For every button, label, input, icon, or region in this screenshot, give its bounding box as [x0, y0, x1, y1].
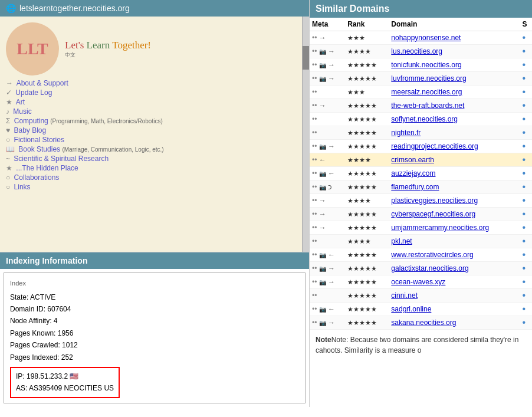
camera-icon: 📷 [319, 143, 326, 150]
domain-link[interactable]: crimson.earth [391, 156, 434, 164]
domain-link[interactable]: sadgrl.online [391, 305, 431, 313]
note-box: NoteNote: Because two domains are consid… [310, 330, 532, 360]
table-header-row: Meta Rank Domain S [310, 18, 532, 31]
rank-stars: ★★★★ [347, 238, 371, 245]
note-text: Note: Because two domains are considered… [316, 336, 518, 354]
table-row: •• 📷 → ★★★★★ tonicfunk.neocities.org • [310, 58, 532, 72]
domain-link[interactable]: meersalz.neocities.org [391, 88, 462, 96]
table-row: •• → ★★★★★ the-web-raft.boards.net • [310, 99, 532, 113]
cell-domain: auzziejay.com [389, 167, 520, 180]
meta-dots: •• [312, 47, 317, 55]
table-row: •• 📷 ← ★★★★★ auzziejay.com • [310, 167, 532, 180]
cell-domain: nighten.fr [389, 126, 520, 140]
camera-icon: 📷 [319, 48, 326, 55]
cell-status: • [520, 126, 533, 140]
nav-link[interactable]: Art [16, 98, 25, 106]
nav-item: 📖 Book Studies (Marriage, Communication,… [6, 145, 303, 153]
nav-link[interactable]: Computing [14, 117, 48, 125]
rank-stars: ★★★★★ [347, 143, 377, 150]
nav-link[interactable]: Update Log [15, 88, 52, 97]
nav-link[interactable]: Book Studies [18, 145, 60, 153]
cell-domain: soflynet.neocities.org [389, 113, 520, 126]
meta-dots: •• [312, 196, 317, 205]
nav-link[interactable]: ...The Hidden Place [16, 164, 78, 172]
nav-link[interactable]: About & Support [17, 79, 68, 87]
cell-status: • [520, 194, 533, 208]
camera-icon: 📷 [319, 252, 326, 258]
domain-link[interactable]: nohappynonsense.net [391, 34, 461, 42]
cell-rank: ★★★★★ [345, 99, 389, 113]
arrow-icon: → [328, 61, 335, 69]
cell-rank: ★★★★★ [345, 316, 389, 330]
domain-link[interactable]: pkl.net [391, 237, 412, 245]
status-dot: • [523, 304, 526, 314]
site-url-link[interactable]: letslearntogether.neocities.org [19, 4, 130, 13]
cell-rank: ★★★★★ [345, 221, 389, 235]
table-row: •• 📷 → ★★★★★ readingproject.neocities.or… [310, 140, 532, 153]
table-row: •• 📷 → ★★★★ lus.neocities.org • [310, 45, 532, 58]
domain-link[interactable]: www.restorativecircles.org [391, 251, 473, 259]
cell-rank: ★★★★★ [345, 167, 389, 180]
cell-status: • [520, 316, 533, 330]
domain-link[interactable]: flamedfury.com [391, 183, 439, 191]
nav-item: ○ Collaborations [6, 173, 303, 182]
meta-dots: •• [312, 237, 317, 245]
cell-meta: •• 📷 → [310, 45, 345, 58]
scroll-thumb[interactable] [303, 46, 309, 70]
cell-meta: •• 📷 ← [310, 303, 345, 316]
domain-link[interactable]: the-web-raft.boards.net [391, 101, 464, 110]
domain-link[interactable]: umjammercammy.neocities.org [391, 224, 489, 232]
domain-link[interactable]: galactixstar.neocities.org [391, 264, 468, 272]
domain-link[interactable]: nighten.fr [391, 129, 421, 137]
similar-domains-header: Similar Domains [310, 0, 532, 18]
meta-dots: •• [312, 224, 317, 232]
nav-link[interactable]: Links [14, 183, 31, 191]
domain-link[interactable]: lus.neocities.org [391, 47, 442, 55]
domain-link[interactable]: luvfromme.neocities.org [391, 74, 466, 83]
status-dot: • [523, 32, 526, 42]
meta-dots: •• [312, 88, 317, 96]
domain-link[interactable]: cyberspacegf.neocities.org [391, 210, 475, 218]
arrow-icon: → [328, 142, 335, 150]
rank-stars: ★★★★★ [347, 251, 377, 258]
cell-meta: •• 📷 → [310, 262, 345, 275]
table-row: •• → ★★★★★ umjammercammy.neocities.org • [310, 221, 532, 235]
domain-link[interactable]: cinni.net [391, 291, 418, 300]
rank-stars: ★★★★★ [347, 265, 377, 272]
domain-link[interactable]: plasticveggies.neocities.org [391, 196, 478, 205]
nav-link[interactable]: Scientific & Spiritual Research [14, 155, 109, 163]
domain-link[interactable]: sakana.neocities.org [391, 319, 456, 327]
state-value: ACTIVE [30, 293, 55, 301]
status-dot: • [523, 141, 526, 151]
col-meta: Meta [310, 18, 345, 31]
nav-link[interactable]: Collaborations [14, 173, 60, 182]
cell-status: • [520, 289, 533, 303]
nav-link[interactable]: Fictional Stories [14, 136, 64, 144]
domain-link[interactable]: ocean-waves.xyz [391, 278, 445, 286]
nav-item: ♪ Music [6, 107, 303, 116]
camera-icon: 📷 [319, 320, 326, 326]
arrow-icon: → [319, 196, 326, 205]
cell-domain: sakana.neocities.org [389, 316, 520, 330]
cell-meta: •• → [310, 208, 345, 221]
arrow-icon: ← [328, 251, 335, 259]
cell-status: • [520, 153, 533, 167]
domain-link[interactable]: auzziejay.com [391, 169, 435, 178]
cell-domain: pkl.net [389, 235, 520, 248]
cell-status: • [520, 303, 533, 316]
scrollbar[interactable] [302, 17, 309, 252]
ip-box: IP: 198.51.233.2 🇺🇸 AS: AS395409 NEOCITI… [10, 367, 299, 398]
nav-link[interactable]: Baby Blog [14, 126, 46, 134]
domain-link[interactable]: soflynet.neocities.org [391, 115, 458, 123]
as-row: AS: AS395409 NEOCITIES US [16, 382, 114, 394]
arrow-icon: ← [319, 156, 326, 164]
cell-rank: ★★★★★ [345, 248, 389, 262]
domain-link[interactable]: readingproject.neocities.org [391, 142, 478, 150]
domain-link[interactable]: tonicfunk.neocities.org [391, 61, 461, 69]
cell-domain: flamedfury.com [389, 180, 520, 194]
nav-link[interactable]: Music [13, 107, 31, 116]
indexing-section: Index State: ACTIVE Domain ID: 607604 No… [0, 269, 309, 407]
cell-status: • [520, 140, 533, 153]
cell-domain: ocean-waves.xyz [389, 275, 520, 289]
cell-rank: ★★★★ [345, 153, 389, 167]
